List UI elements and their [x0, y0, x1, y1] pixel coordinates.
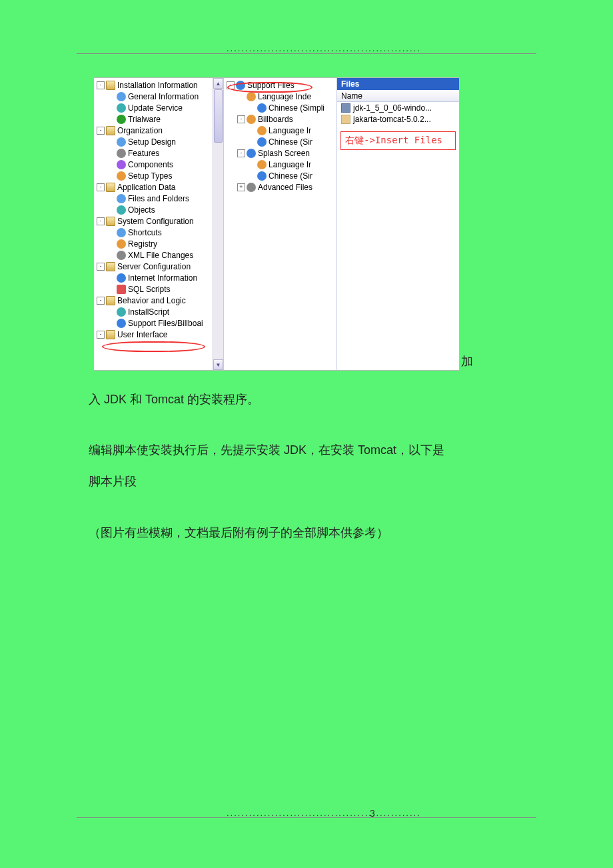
- tree-spacer: [248, 161, 256, 169]
- folder-open-icon: [106, 81, 115, 90]
- scroll-thumb[interactable]: [214, 89, 223, 143]
- tree-item[interactable]: -Support Files: [224, 79, 336, 91]
- tree-item[interactable]: Trialware: [94, 113, 223, 125]
- collapse-icon[interactable]: -: [227, 81, 235, 89]
- dot-world-icon: [257, 171, 267, 181]
- file-name: jdk-1_5_0_06-windo...: [353, 103, 432, 113]
- tree-item[interactable]: Registry: [94, 238, 223, 249]
- tree-item[interactable]: Language Ir: [224, 125, 336, 136]
- footer-dots: ........................................…: [227, 808, 421, 818]
- dot-orange-icon: [257, 160, 267, 169]
- scroll-up-icon[interactable]: ▲: [213, 78, 223, 89]
- tree-item[interactable]: -Behavior and Logic: [94, 295, 223, 306]
- tree-spacer: [107, 274, 115, 282]
- tree-item[interactable]: Features: [94, 147, 223, 159]
- tree-item[interactable]: InstallScript: [94, 306, 223, 317]
- collapse-icon[interactable]: -: [237, 149, 245, 157]
- tree-item[interactable]: -Server Configuration: [94, 261, 223, 272]
- collapse-icon[interactable]: -: [97, 81, 105, 89]
- tree-spacer: [107, 161, 115, 169]
- folder-open-icon: [106, 126, 115, 135]
- tree-item[interactable]: Language Inde: [224, 91, 336, 102]
- tree-item-label: Chinese (Sir: [269, 137, 312, 147]
- tree-spacer: [237, 93, 245, 101]
- tree-item[interactable]: -Organization: [94, 125, 223, 136]
- tree-item[interactable]: Objects: [94, 204, 223, 215]
- file-row[interactable]: jakarta-tomcat-5.0.2...: [337, 113, 459, 125]
- tree-item[interactable]: +Advanced Files: [224, 181, 336, 193]
- tree-item[interactable]: Setup Types: [94, 170, 223, 181]
- file-icon: [341, 115, 350, 124]
- tree-item-label: Application Data: [117, 183, 175, 192]
- tree-item[interactable]: Shortcuts: [94, 227, 223, 238]
- dot-gray-icon: [117, 149, 126, 158]
- tree-item-label: Setup Design: [128, 137, 176, 147]
- tree-item[interactable]: -Installation Information: [94, 79, 223, 91]
- tree-item-label: Internet Information: [128, 273, 197, 283]
- dot-green-icon: [117, 115, 126, 124]
- collapse-icon[interactable]: -: [97, 183, 105, 191]
- tree-item[interactable]: SQL Scripts: [94, 283, 223, 295]
- body-paragraph-1: 入 JDK 和 Tomcat 的安装程序。: [89, 384, 462, 415]
- folder-open-icon: [106, 183, 115, 192]
- dot-world-icon: [117, 273, 126, 283]
- collapse-icon[interactable]: -: [97, 263, 105, 271]
- dot-sql-icon: [117, 285, 126, 294]
- tree-item[interactable]: Files and Folders: [94, 193, 223, 204]
- tree-spacer: [107, 195, 115, 203]
- tree-item[interactable]: Language Ir: [224, 159, 336, 170]
- tree-item[interactable]: Chinese (Sir: [224, 170, 336, 181]
- tree-item[interactable]: Components: [94, 159, 223, 170]
- tree-item-label: Behavior and Logic: [117, 296, 186, 305]
- tree-item[interactable]: XML File Changes: [94, 249, 223, 261]
- scroll-down-icon[interactable]: ▼: [213, 359, 223, 370]
- tree-item[interactable]: -Billboards: [224, 113, 336, 125]
- collapse-icon[interactable]: -: [97, 297, 105, 305]
- tree-item[interactable]: Chinese (Sir: [224, 136, 336, 147]
- tree-item-label: Support Files: [247, 81, 295, 90]
- left-tree-panel: -Installation InformationGeneral Informa…: [94, 78, 224, 370]
- scrollbar[interactable]: ▲ ▼: [213, 78, 223, 370]
- tree-item[interactable]: -Application Data: [94, 181, 223, 193]
- red-highlight-ellipse: [102, 341, 205, 352]
- tree-item-label: Organization: [117, 126, 163, 135]
- tree-spacer: [248, 127, 256, 135]
- folder-open-icon: [106, 262, 115, 271]
- collapse-icon[interactable]: -: [97, 217, 105, 225]
- tree-item[interactable]: Internet Information: [94, 272, 223, 283]
- tree-item[interactable]: General Information: [94, 91, 223, 102]
- file-row[interactable]: jdk-1_5_0_06-windo...: [337, 102, 459, 113]
- footer-rule: [77, 817, 536, 818]
- tree-item-label: Support Files/Billboai: [128, 319, 203, 328]
- tree-spacer: [248, 104, 256, 112]
- dot-orange-icon: [247, 92, 256, 101]
- tree-item-label: Splash Screen: [258, 149, 310, 158]
- tree-item-label: Components: [128, 160, 173, 169]
- dot-gray-icon: [247, 183, 256, 192]
- tree-item[interactable]: -User Interface: [94, 329, 223, 340]
- tree-item[interactable]: Support Files/Billboai: [94, 317, 223, 329]
- column-header-name[interactable]: Name: [337, 90, 459, 102]
- tree-spacer: [107, 206, 115, 214]
- tree-item-label: Trialware: [128, 115, 161, 124]
- tree-item-label: Files and Folders: [128, 194, 189, 203]
- tree-item[interactable]: Chinese (Simpli: [224, 102, 336, 113]
- tree-item-label: SQL Scripts: [128, 285, 171, 294]
- tree-item-label: Registry: [128, 239, 157, 249]
- middle-tree-panel: -Support FilesLanguage IndeChinese (Simp…: [224, 78, 337, 370]
- collapse-icon[interactable]: -: [97, 331, 105, 339]
- tree-spacer: [107, 240, 115, 248]
- collapse-icon[interactable]: -: [97, 127, 105, 135]
- tree-item[interactable]: -System Configuration: [94, 215, 223, 227]
- tree-item[interactable]: Update Service: [94, 102, 223, 113]
- expand-icon[interactable]: +: [237, 183, 245, 191]
- tree-item[interactable]: -Splash Screen: [224, 147, 336, 159]
- collapse-icon[interactable]: -: [237, 115, 245, 123]
- installshield-screenshot: -Installation InformationGeneral Informa…: [93, 77, 460, 371]
- dot-world-icon: [257, 137, 267, 147]
- tree-item-label: Advanced Files: [258, 183, 312, 192]
- dot-blue-icon: [117, 92, 126, 101]
- tree-spacer: [107, 229, 115, 237]
- tree-item[interactable]: Setup Design: [94, 136, 223, 147]
- red-annotation: 右键->Insert Files: [340, 131, 456, 150]
